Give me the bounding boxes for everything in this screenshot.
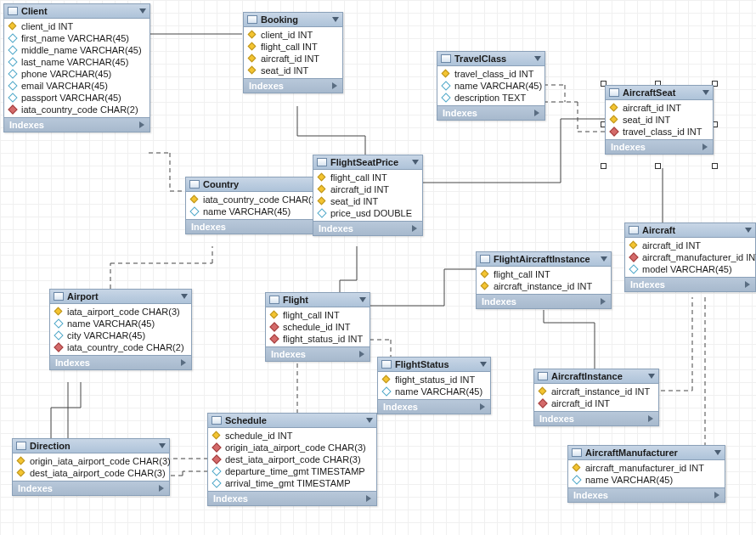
indexes-section[interactable]: Indexes: [534, 411, 658, 425]
menu-icon[interactable]: [366, 418, 373, 423]
column-row[interactable]: dest_iata_airport_code CHAR(3): [13, 467, 169, 479]
column-row[interactable]: passport VARCHAR(45): [4, 92, 150, 104]
expand-icon[interactable]: [181, 359, 186, 366]
entity-aircraftseat[interactable]: AircraftSeataircraft_id INTseat_id INTtr…: [605, 85, 714, 155]
column-row[interactable]: description TEXT: [437, 92, 544, 104]
column-row[interactable]: aircraft_id INT: [534, 397, 658, 409]
column-row[interactable]: first_name VARCHAR(45): [4, 32, 150, 44]
column-row[interactable]: seat_id INT: [313, 195, 422, 207]
entity-header[interactable]: Aircraft: [625, 223, 755, 238]
entity-flightaircraftinstance[interactable]: FlightAircraftInstanceflight_call INTair…: [476, 251, 612, 309]
menu-icon[interactable]: [359, 297, 366, 302]
indexes-section[interactable]: Indexes: [13, 481, 169, 495]
entity-header[interactable]: Airport: [50, 290, 191, 304]
column-row[interactable]: name VARCHAR(45): [378, 386, 490, 397]
column-row[interactable]: travel_class_id INT: [606, 126, 713, 138]
expand-icon[interactable]: [359, 351, 364, 358]
entity-header[interactable]: Country: [186, 177, 327, 192]
column-row[interactable]: dest_iata_airport_code CHAR(3): [208, 453, 376, 465]
entity-booking[interactable]: Bookingclient_id INTflight_call INTaircr…: [243, 12, 343, 93]
expand-icon[interactable]: [366, 495, 371, 502]
expand-icon[interactable]: [745, 281, 750, 288]
column-row[interactable]: flight_status_id INT: [378, 374, 490, 386]
menu-icon[interactable]: [745, 228, 752, 233]
menu-icon[interactable]: [534, 56, 541, 61]
expand-icon[interactable]: [601, 298, 606, 305]
column-row[interactable]: flight_call INT: [477, 268, 611, 280]
entity-schedule[interactable]: Scheduleschedule_id INTorigin_iata_airpo…: [207, 413, 377, 506]
indexes-section[interactable]: Indexes: [208, 491, 376, 505]
column-row[interactable]: iata_country_code CHAR(2): [186, 194, 327, 206]
entity-header[interactable]: AircraftInstance: [534, 369, 658, 384]
indexes-section[interactable]: Indexes: [606, 139, 713, 154]
menu-icon[interactable]: [412, 160, 419, 165]
entity-header[interactable]: Direction: [13, 439, 169, 453]
column-row[interactable]: flight_call INT: [244, 41, 342, 53]
entity-header[interactable]: Flight: [266, 293, 370, 307]
column-row[interactable]: phone VARCHAR(45): [4, 68, 150, 80]
column-row[interactable]: email VARCHAR(45): [4, 80, 150, 92]
entity-country[interactable]: Countryiata_country_code CHAR(2)name VAR…: [185, 177, 328, 234]
indexes-section[interactable]: Indexes: [625, 277, 755, 291]
column-row[interactable]: iata_country_code CHAR(2): [4, 104, 150, 115]
indexes-section[interactable]: Indexes: [568, 487, 725, 502]
indexes-section[interactable]: Indexes: [4, 117, 150, 132]
column-row[interactable]: aircraft_instance_id INT: [534, 386, 658, 397]
column-row[interactable]: departure_time_gmt TIMESTAMP: [208, 465, 376, 477]
column-row[interactable]: price_usd DOUBLE: [313, 207, 422, 219]
column-row[interactable]: flight_call INT: [313, 172, 422, 183]
expand-icon[interactable]: [159, 485, 164, 492]
column-row[interactable]: flight_status_id INT: [266, 333, 370, 345]
entity-airport[interactable]: Airportiata_airport_code CHAR(3)name VAR…: [49, 289, 192, 370]
column-row[interactable]: seat_id INT: [244, 65, 342, 76]
column-row[interactable]: origin_iata_airport_code CHAR(3): [208, 442, 376, 453]
entity-header[interactable]: FlightAircraftInstance: [477, 252, 611, 267]
column-row[interactable]: aircraft_instance_id INT: [477, 280, 611, 292]
column-row[interactable]: name VARCHAR(45): [437, 80, 544, 92]
entity-header[interactable]: TravelClass: [437, 52, 544, 66]
indexes-section[interactable]: Indexes: [313, 221, 422, 235]
indexes-section[interactable]: Indexes: [477, 294, 611, 308]
entity-header[interactable]: FlightSeatPrice: [313, 155, 422, 170]
menu-icon[interactable]: [332, 17, 339, 22]
menu-icon[interactable]: [601, 256, 607, 262]
entity-flightseatprice[interactable]: FlightSeatPriceflight_call INTaircraft_i…: [313, 155, 423, 236]
expand-icon[interactable]: [480, 403, 485, 410]
column-row[interactable]: name VARCHAR(45): [50, 318, 191, 329]
selection-handle[interactable]: [712, 163, 718, 169]
entity-header[interactable]: Booking: [244, 13, 342, 27]
column-row[interactable]: aircraft_manufacturer_id INT: [568, 462, 725, 474]
column-row[interactable]: seat_id INT: [606, 114, 713, 126]
column-row[interactable]: name VARCHAR(45): [568, 474, 725, 486]
column-row[interactable]: aircraft_id INT: [606, 102, 713, 114]
indexes-section[interactable]: Indexes: [437, 105, 544, 120]
expand-icon[interactable]: [714, 492, 719, 498]
column-row[interactable]: name VARCHAR(45): [186, 206, 327, 217]
indexes-section[interactable]: Indexes: [244, 78, 342, 93]
menu-icon[interactable]: [714, 450, 721, 455]
expand-icon[interactable]: [648, 415, 653, 422]
column-row[interactable]: aircraft_id INT: [313, 183, 422, 195]
entity-client[interactable]: Clientclient_id INTfirst_name VARCHAR(45…: [3, 3, 150, 132]
expand-icon[interactable]: [139, 121, 144, 128]
entity-header[interactable]: AircraftSeat: [606, 86, 713, 100]
selection-handle[interactable]: [655, 163, 661, 169]
menu-icon[interactable]: [139, 8, 146, 14]
menu-icon[interactable]: [181, 294, 188, 299]
expand-icon[interactable]: [534, 110, 539, 116]
entity-header[interactable]: Client: [4, 4, 150, 19]
selection-handle[interactable]: [601, 163, 606, 169]
column-row[interactable]: model VARCHAR(45): [625, 263, 755, 275]
column-row[interactable]: client_id INT: [4, 20, 150, 32]
indexes-section[interactable]: Indexes: [186, 219, 327, 234]
entity-aircraftmanufacturer[interactable]: AircraftManufactureraircraft_manufacture…: [567, 445, 725, 503]
column-row[interactable]: schedule_id INT: [208, 430, 376, 442]
column-row[interactable]: iata_country_code CHAR(2): [50, 341, 191, 353]
column-row[interactable]: flight_call INT: [266, 309, 370, 321]
entity-flightstatus[interactable]: FlightStatusflight_status_id INTname VAR…: [377, 357, 491, 414]
menu-icon[interactable]: [480, 362, 487, 367]
indexes-section[interactable]: Indexes: [378, 399, 490, 414]
column-row[interactable]: client_id INT: [244, 29, 342, 41]
column-row[interactable]: travel_class_id INT: [437, 68, 544, 80]
column-row[interactable]: iata_airport_code CHAR(3): [50, 306, 191, 318]
